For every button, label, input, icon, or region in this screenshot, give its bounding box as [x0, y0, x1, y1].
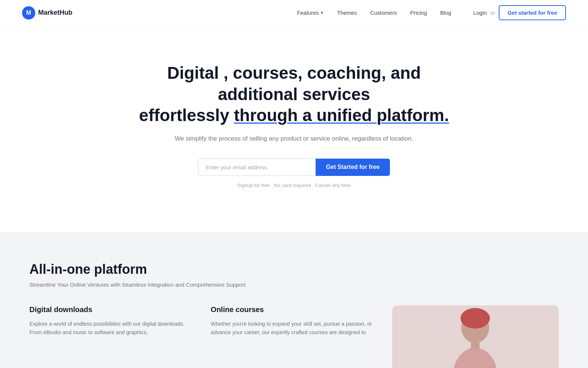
features-grid: Digital downloads Explore a world of end…	[29, 305, 559, 368]
nav-cta-button[interactable]: Get started for free	[499, 5, 566, 20]
feature-image-col	[392, 305, 559, 368]
hero-title-line2-plain: effortlessly	[139, 106, 234, 125]
hero-fine-print: Signup for free . No card required . Can…	[22, 183, 566, 188]
nav-item-themes[interactable]: Themes	[337, 10, 357, 16]
chevron-down-icon: ▼	[320, 11, 324, 15]
logo-icon: M	[22, 6, 35, 20]
nav-or-label: or	[491, 10, 495, 16]
features-subtitle: Streamline Your Online Ventures with Sea…	[29, 282, 559, 288]
brand-name: MarketHub	[38, 9, 72, 17]
hero-form: Get Started for free	[22, 159, 566, 176]
nav-item-pricing[interactable]: Pricing	[410, 10, 427, 16]
login-link[interactable]: Login	[473, 10, 487, 16]
logo-letter: M	[26, 10, 31, 16]
hero-title: Digital , courses, coaching, and additio…	[136, 63, 452, 126]
nav-item-features[interactable]: Features ▼	[297, 10, 324, 16]
feature-card-online-courses: Online courses Whether you're looking to…	[211, 305, 377, 368]
hero-title-line1: Digital , courses, coaching, and additio…	[167, 63, 421, 104]
features-title: All-in-one platform	[29, 262, 559, 277]
features-section: All-in-one platform Streamline Your Onli…	[0, 232, 588, 368]
hero-title-line2-underlined: through a unified platform.	[234, 106, 449, 125]
svg-point-1	[460, 308, 490, 329]
feature-title-1: Online courses	[211, 305, 377, 314]
hero-cta-button[interactable]: Get Started for free	[316, 159, 390, 176]
svg-rect-3	[471, 340, 480, 348]
feature-text-1: Whether you're looking to expand your sk…	[211, 320, 377, 337]
feature-title-0: Digital downloads	[29, 305, 196, 314]
nav-item-blog[interactable]: Blog	[440, 10, 451, 16]
svg-point-2	[453, 348, 497, 368]
nav-item-customers[interactable]: Customers	[370, 10, 397, 16]
hero-subtitle: We simplify the process of selling any p…	[22, 135, 566, 142]
feature-text-0: Explore a world of endless possibilities…	[29, 320, 196, 337]
nav-auth: Login or Get started for free	[473, 5, 566, 20]
logo-link[interactable]: M MarketHub	[22, 6, 72, 20]
nav-links: Features ▼ Themes Customers Pricing Blog	[297, 10, 451, 16]
feature-card-digital-downloads: Digital downloads Explore a world of end…	[29, 305, 196, 368]
navbar: M MarketHub Features ▼ Themes Customers …	[0, 0, 588, 26]
person-illustration	[438, 305, 512, 368]
email-input[interactable]	[198, 159, 316, 176]
hero-section: Digital , courses, coaching, and additio…	[0, 26, 588, 232]
